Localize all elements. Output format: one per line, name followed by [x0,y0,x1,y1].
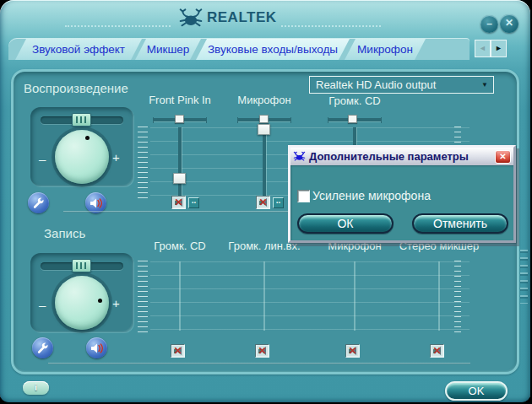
dialog-title-bar[interactable]: Дополнительные параметры ✕ [290,148,513,165]
wrench-icon [36,342,49,354]
mute-cross-icon: ✕ [431,345,443,357]
brand-name: REALTEK [207,9,277,26]
speaker-icon [90,197,102,209]
recording-properties-button[interactable] [32,337,53,358]
playback-properties-button[interactable] [28,192,49,213]
channel-volume-track[interactable] [263,127,266,197]
mute-cross-icon: ✕ [172,197,185,208]
tab-label: Звуковые входы/выходы [208,43,338,56]
channel-volume-track[interactable] [263,261,265,331]
info-button[interactable]: i [23,381,49,395]
dropdown-arrow-icon: ▼ [481,82,488,89]
info-icon: i [35,382,37,392]
header-dotted-divider-left [65,25,171,27]
channel-volume-track[interactable] [178,127,182,197]
dialog-ok-label: ОК [337,217,353,230]
dialog-body: Усиление микрофона ОК Отменить [290,165,513,240]
realtek-logo: REALTEK [178,4,277,31]
channel-more-button[interactable]: .. [273,197,284,208]
realtek-crab-icon [293,151,306,162]
mic-boost-label: Усиление микрофона [312,189,431,202]
dialog-ok-button[interactable]: ОК [297,213,394,234]
tab-label: Микшер [147,43,190,56]
mute-checkbox[interactable]: ✕ [171,196,186,209]
playback-knob-panel: – + [30,107,133,186]
mute-checkbox[interactable]: ✕ [255,344,269,358]
mute-checkbox[interactable]: ✕ [256,196,270,209]
frame-grip-decoration [520,250,528,304]
channel-balance-handle[interactable] [348,115,357,123]
dialog-cancel-button[interactable]: Отменить [412,213,508,234]
recording-balance-handle[interactable] [72,259,91,272]
close-button[interactable]: ✕ [500,14,518,33]
recording-gridlines [150,261,470,332]
tab-scroll-right-button[interactable]: ► [491,40,507,57]
recording-section-title: Запись [44,226,85,240]
mic-boost-checkbox[interactable] [297,190,310,202]
speaker-icon [90,342,103,354]
playback-section-title: Воспроизведение [24,81,128,95]
dialog-close-button[interactable]: ✕ [495,150,511,164]
recording-left-tick-scale [138,261,148,333]
mute-checkbox[interactable]: ✕ [430,344,444,358]
realtek-crab-icon [178,8,204,29]
channel-balance-handle[interactable] [175,115,184,123]
playback-left-tick-scale [138,127,148,201]
channel-volume-track[interactable] [438,261,440,331]
knob-indicator-dot [98,299,102,303]
knob-plus-label: + [112,296,120,310]
ok-button-label: OK [469,385,485,397]
mute-cross-icon: ✕ [256,345,269,357]
ok-button[interactable]: OK [445,381,508,401]
playback-device-select[interactable]: Realtek HD Audio output ▼ [309,76,494,94]
mute-checkbox[interactable]: ✕ [345,344,360,358]
close-icon: ✕ [499,152,506,161]
minimize-icon: – [486,18,492,30]
tab-scroll-buttons: ◄► [475,40,507,57]
close-icon: ✕ [505,17,513,29]
channel-volume-track[interactable] [179,261,181,331]
channel-label: Громк. CD [300,94,410,107]
mute-cross-icon: ✕ [257,197,269,208]
recording-knob-panel: – + [30,253,133,332]
dialog-cancel-label: Отменить [433,217,487,230]
tab-microphone[interactable]: Микрофон [345,39,426,60]
knob-minus-label: – [39,152,46,166]
channel-volume-track[interactable] [354,261,356,331]
scroll-right-icon: ► [495,44,502,52]
recording-speaker-button[interactable] [86,337,107,358]
scroll-left-icon: ◄ [479,44,486,52]
tab-mixer[interactable]: Микшер [135,39,201,60]
wrench-icon [32,197,45,209]
mute-cross-icon: ✕ [346,345,359,357]
more-dots-icon: .. [276,196,281,205]
section-divider [48,363,470,364]
minimize-button[interactable]: – [480,15,498,33]
tab-scroll-left-button[interactable]: ◄ [475,40,491,57]
knob-plus-label: + [112,150,120,164]
channel-volume-handle[interactable] [258,124,270,135]
header-dotted-divider-right [281,25,381,27]
dialog-title: Дополнительные параметры [309,150,469,163]
mute-cross-icon: ✕ [171,345,184,357]
channel-balance-handle[interactable] [259,115,269,123]
channel-volume-handle[interactable] [173,173,186,184]
additional-parameters-dialog: Дополнительные параметры ✕ Усиление микр… [288,145,516,243]
more-dots-icon: .. [192,196,197,205]
realtek-audio-manager-window: REALTEK – ✕ Звуковой эффект Микшер Звуко… [0,0,530,402]
knob-indicator-dot [85,136,90,140]
tab-label: Звуковой эффект [32,43,125,56]
mute-checkbox[interactable]: ✕ [171,344,185,358]
tab-audio-io[interactable]: Звуковые входы/выходы [196,39,350,60]
tab-label: Микрофон [357,43,413,56]
playback-device-value: Realtek HD Audio output [316,78,436,91]
playback-volume-knob[interactable] [55,130,109,184]
recording-volume-knob[interactable] [55,276,109,330]
tab-sound-effect[interactable]: Звуковой эффект [15,39,142,60]
knob-minus-label: – [39,298,46,312]
playback-balance-handle[interactable] [72,113,91,127]
channel-more-button[interactable]: .. [188,197,199,208]
